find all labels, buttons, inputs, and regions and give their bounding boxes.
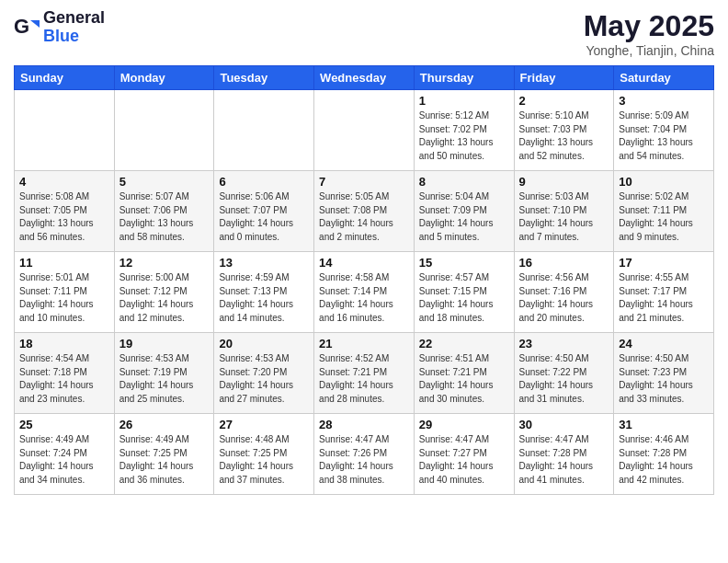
calendar-cell: 27Sunrise: 4:48 AM Sunset: 7:25 PM Dayli…: [214, 414, 314, 495]
day-info: Sunrise: 5:07 AM Sunset: 7:06 PM Dayligh…: [119, 190, 210, 244]
calendar-cell: 3Sunrise: 5:09 AM Sunset: 7:04 PM Daylig…: [614, 90, 714, 171]
calendar-cell: [15, 90, 115, 171]
day-number: 11: [19, 256, 109, 270]
day-number: 21: [319, 337, 409, 350]
calendar-cell: 24Sunrise: 4:50 AM Sunset: 7:23 PM Dayli…: [614, 333, 714, 414]
calendar-cell: 20Sunrise: 4:53 AM Sunset: 7:20 PM Dayli…: [214, 333, 314, 414]
calendar-header-row: SundayMondayTuesdayWednesdayThursdayFrid…: [15, 66, 714, 90]
day-number: 5: [119, 175, 210, 189]
calendar-cell: 29Sunrise: 4:47 AM Sunset: 7:27 PM Dayli…: [414, 414, 514, 495]
day-number: 15: [419, 256, 509, 270]
calendar-cell: 28Sunrise: 4:47 AM Sunset: 7:26 PM Dayli…: [314, 414, 415, 495]
calendar-title: May 2025: [584, 9, 714, 43]
day-info: Sunrise: 4:47 AM Sunset: 7:27 PM Dayligh…: [419, 433, 509, 487]
day-number: 9: [519, 175, 609, 189]
day-number: 1: [419, 94, 509, 108]
day-info: Sunrise: 5:12 AM Sunset: 7:02 PM Dayligh…: [419, 109, 509, 163]
calendar-cell: 6Sunrise: 5:06 AM Sunset: 7:07 PM Daylig…: [214, 171, 314, 252]
day-info: Sunrise: 4:49 AM Sunset: 7:24 PM Dayligh…: [19, 433, 109, 487]
header-friday: Friday: [514, 66, 614, 90]
day-info: Sunrise: 4:53 AM Sunset: 7:20 PM Dayligh…: [219, 352, 309, 406]
calendar-week-row: 1Sunrise: 5:12 AM Sunset: 7:02 PM Daylig…: [15, 90, 714, 171]
calendar-cell: 1Sunrise: 5:12 AM Sunset: 7:02 PM Daylig…: [414, 90, 514, 171]
day-number: 22: [419, 337, 509, 350]
logo-icon: G: [14, 15, 40, 40]
header-sunday: Sunday: [15, 66, 115, 90]
calendar-table: SundayMondayTuesdayWednesdayThursdayFrid…: [14, 65, 714, 495]
calendar-cell: 9Sunrise: 5:03 AM Sunset: 7:10 PM Daylig…: [514, 171, 614, 252]
day-number: 3: [619, 94, 709, 108]
calendar-cell: [314, 90, 415, 171]
calendar-cell: 23Sunrise: 4:50 AM Sunset: 7:22 PM Dayli…: [514, 333, 614, 414]
day-info: Sunrise: 4:53 AM Sunset: 7:19 PM Dayligh…: [119, 352, 210, 406]
day-info: Sunrise: 4:59 AM Sunset: 7:13 PM Dayligh…: [219, 271, 309, 325]
calendar-cell: 19Sunrise: 4:53 AM Sunset: 7:19 PM Dayli…: [114, 333, 214, 414]
calendar-week-row: 25Sunrise: 4:49 AM Sunset: 7:24 PM Dayli…: [15, 414, 714, 495]
day-info: Sunrise: 5:03 AM Sunset: 7:10 PM Dayligh…: [519, 190, 609, 244]
calendar-cell: 11Sunrise: 5:01 AM Sunset: 7:11 PM Dayli…: [15, 252, 115, 333]
logo-general-text: General: [43, 9, 105, 28]
header-tuesday: Tuesday: [214, 66, 314, 90]
day-info: Sunrise: 4:56 AM Sunset: 7:16 PM Dayligh…: [519, 271, 609, 325]
day-info: Sunrise: 4:48 AM Sunset: 7:25 PM Dayligh…: [219, 433, 309, 487]
day-info: Sunrise: 5:09 AM Sunset: 7:04 PM Dayligh…: [619, 109, 709, 163]
day-info: Sunrise: 4:55 AM Sunset: 7:17 PM Dayligh…: [619, 271, 709, 325]
day-info: Sunrise: 5:00 AM Sunset: 7:12 PM Dayligh…: [119, 271, 210, 325]
day-info: Sunrise: 4:47 AM Sunset: 7:26 PM Dayligh…: [319, 433, 409, 487]
day-number: 27: [219, 418, 309, 431]
day-number: 25: [19, 418, 109, 431]
day-number: 10: [619, 175, 709, 189]
day-number: 23: [519, 337, 609, 350]
day-number: 12: [119, 256, 210, 270]
header-saturday: Saturday: [614, 66, 714, 90]
calendar-cell: 4Sunrise: 5:08 AM Sunset: 7:05 PM Daylig…: [15, 171, 115, 252]
logo: G General Blue: [14, 9, 105, 46]
day-info: Sunrise: 4:51 AM Sunset: 7:21 PM Dayligh…: [419, 352, 509, 406]
svg-text:G: G: [14, 15, 29, 38]
day-number: 16: [519, 256, 609, 270]
calendar-cell: [114, 90, 214, 171]
logo-blue-text: Blue: [43, 28, 105, 46]
day-number: 2: [519, 94, 609, 108]
calendar-week-row: 18Sunrise: 4:54 AM Sunset: 7:18 PM Dayli…: [15, 333, 714, 414]
day-number: 7: [319, 175, 409, 189]
calendar-cell: 2Sunrise: 5:10 AM Sunset: 7:03 PM Daylig…: [514, 90, 614, 171]
calendar-cell: 26Sunrise: 4:49 AM Sunset: 7:25 PM Dayli…: [114, 414, 214, 495]
day-info: Sunrise: 4:46 AM Sunset: 7:28 PM Dayligh…: [619, 433, 709, 487]
day-info: Sunrise: 4:50 AM Sunset: 7:22 PM Dayligh…: [519, 352, 609, 406]
calendar-cell: 13Sunrise: 4:59 AM Sunset: 7:13 PM Dayli…: [214, 252, 314, 333]
header-monday: Monday: [114, 66, 214, 90]
day-number: 18: [19, 337, 109, 350]
day-number: 19: [119, 337, 210, 350]
day-info: Sunrise: 4:47 AM Sunset: 7:28 PM Dayligh…: [519, 433, 609, 487]
day-number: 28: [319, 418, 409, 431]
day-info: Sunrise: 5:02 AM Sunset: 7:11 PM Dayligh…: [619, 190, 709, 244]
day-info: Sunrise: 5:04 AM Sunset: 7:09 PM Dayligh…: [419, 190, 509, 244]
day-info: Sunrise: 4:54 AM Sunset: 7:18 PM Dayligh…: [19, 352, 109, 406]
calendar-cell: 31Sunrise: 4:46 AM Sunset: 7:28 PM Dayli…: [614, 414, 714, 495]
title-block: May 2025 Yonghe, Tianjin, China: [584, 9, 714, 58]
calendar-cell: 18Sunrise: 4:54 AM Sunset: 7:18 PM Dayli…: [15, 333, 115, 414]
day-number: 26: [119, 418, 210, 431]
day-number: 14: [319, 256, 409, 270]
calendar-cell: 22Sunrise: 4:51 AM Sunset: 7:21 PM Dayli…: [414, 333, 514, 414]
svg-marker-1: [30, 20, 40, 28]
day-number: 30: [519, 418, 609, 431]
day-number: 8: [419, 175, 509, 189]
day-number: 17: [619, 256, 709, 270]
day-info: Sunrise: 5:05 AM Sunset: 7:08 PM Dayligh…: [319, 190, 409, 244]
day-number: 6: [219, 175, 309, 189]
day-info: Sunrise: 5:10 AM Sunset: 7:03 PM Dayligh…: [519, 109, 609, 163]
day-info: Sunrise: 5:08 AM Sunset: 7:05 PM Dayligh…: [19, 190, 109, 244]
calendar-cell: 21Sunrise: 4:52 AM Sunset: 7:21 PM Dayli…: [314, 333, 415, 414]
page-header: G General Blue May 2025 Yonghe, Tianjin,…: [14, 9, 714, 58]
calendar-cell: [214, 90, 314, 171]
day-info: Sunrise: 4:50 AM Sunset: 7:23 PM Dayligh…: [619, 352, 709, 406]
calendar-cell: 8Sunrise: 5:04 AM Sunset: 7:09 PM Daylig…: [414, 171, 514, 252]
calendar-cell: 15Sunrise: 4:57 AM Sunset: 7:15 PM Dayli…: [414, 252, 514, 333]
calendar-cell: 12Sunrise: 5:00 AM Sunset: 7:12 PM Dayli…: [114, 252, 214, 333]
day-info: Sunrise: 4:49 AM Sunset: 7:25 PM Dayligh…: [119, 433, 210, 487]
header-wednesday: Wednesday: [314, 66, 415, 90]
calendar-week-row: 4Sunrise: 5:08 AM Sunset: 7:05 PM Daylig…: [15, 171, 714, 252]
calendar-cell: 17Sunrise: 4:55 AM Sunset: 7:17 PM Dayli…: [614, 252, 714, 333]
